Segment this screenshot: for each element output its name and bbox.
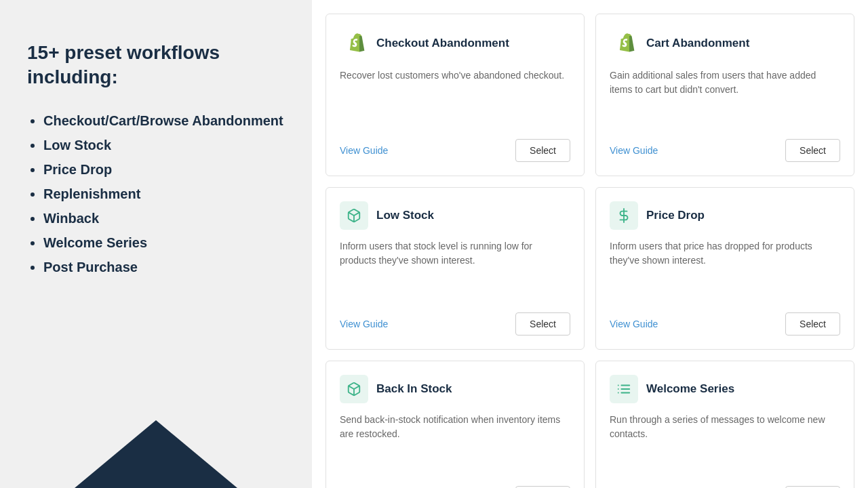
card-description-low-stock: Inform users that stock level is running… (340, 239, 570, 299)
card-header-welcome-series: Welcome Series (610, 375, 840, 403)
shopify-icon (340, 28, 368, 59)
lines-icon (610, 375, 638, 403)
sidebar: 15+ preset workflows including: Checkout… (0, 0, 312, 488)
card-back-in-stock: Back In Stock Send back-in-stock notific… (326, 361, 585, 488)
main-content: Checkout Abandonment Recover lost custom… (312, 0, 868, 488)
dollar-icon (610, 201, 638, 230)
card-cart-abandonment: Cart Abandonment Gain additional sales f… (595, 14, 854, 176)
card-footer-checkout-abandonment: View Guide Select (340, 139, 570, 162)
card-low-stock: Low Stock Inform users that stock level … (326, 187, 585, 350)
card-price-drop: Price Drop Inform users that price has d… (595, 187, 854, 350)
card-description-welcome-series: Run through a series of messages to welc… (610, 413, 840, 472)
sidebar-list-item-4: Winback (43, 209, 285, 227)
view-guide-link-low-stock[interactable]: View Guide (340, 319, 388, 329)
card-title-back-in-stock: Back In Stock (376, 382, 452, 396)
card-description-back-in-stock: Send back-in-stock notification when inv… (340, 413, 570, 472)
card-header-checkout-abandonment: Checkout Abandonment (340, 28, 570, 59)
select-button-checkout-abandonment[interactable]: Select (515, 139, 570, 162)
select-button-price-drop[interactable]: Select (785, 312, 840, 336)
card-title-welcome-series: Welcome Series (646, 382, 734, 396)
card-header-back-in-stock: Back In Stock (340, 375, 570, 403)
sidebar-list-item-2: Price Drop (43, 161, 285, 178)
cards-grid: Checkout Abandonment Recover lost custom… (326, 14, 854, 488)
box-icon (340, 201, 368, 230)
select-button-cart-abandonment[interactable]: Select (785, 139, 840, 162)
card-footer-price-drop: View Guide Select (610, 312, 840, 336)
box-icon (340, 375, 368, 403)
card-title-cart-abandonment: Cart Abandonment (646, 37, 749, 50)
card-title-price-drop: Price Drop (646, 209, 705, 222)
card-description-cart-abandonment: Gain additional sales from users that ha… (610, 68, 840, 125)
card-welcome-series: Welcome Series Run through a series of m… (595, 361, 854, 488)
sidebar-triangle-decoration (75, 420, 237, 488)
card-footer-low-stock: View Guide Select (340, 312, 570, 336)
view-guide-link-cart-abandonment[interactable]: View Guide (610, 145, 658, 156)
card-footer-cart-abandonment: View Guide Select (610, 139, 840, 162)
card-title-checkout-abandonment: Checkout Abandonment (376, 37, 509, 50)
shopify-icon (610, 28, 638, 59)
sidebar-list-item-6: Post Purchase (43, 258, 285, 276)
sidebar-title: 15+ preset workflows including: (27, 41, 285, 90)
sidebar-list-item-0: Checkout/Cart/Browse Abandonment (43, 112, 285, 129)
sidebar-list-item-5: Welcome Series (43, 234, 285, 251)
card-title-low-stock: Low Stock (376, 209, 434, 222)
sidebar-list-item-1: Low Stock (43, 136, 285, 154)
select-button-low-stock[interactable]: Select (515, 312, 570, 336)
sidebar-list: Checkout/Cart/Browse AbandonmentLow Stoc… (27, 112, 285, 276)
card-description-price-drop: Inform users that price has dropped for … (610, 239, 840, 299)
card-description-checkout-abandonment: Recover lost customers who've abandoned … (340, 68, 570, 125)
card-header-price-drop: Price Drop (610, 201, 840, 230)
sidebar-list-item-3: Replenishment (43, 185, 285, 203)
card-header-low-stock: Low Stock (340, 201, 570, 230)
view-guide-link-price-drop[interactable]: View Guide (610, 319, 658, 329)
view-guide-link-checkout-abandonment[interactable]: View Guide (340, 145, 388, 156)
card-header-cart-abandonment: Cart Abandonment (610, 28, 840, 59)
card-checkout-abandonment: Checkout Abandonment Recover lost custom… (326, 14, 585, 176)
